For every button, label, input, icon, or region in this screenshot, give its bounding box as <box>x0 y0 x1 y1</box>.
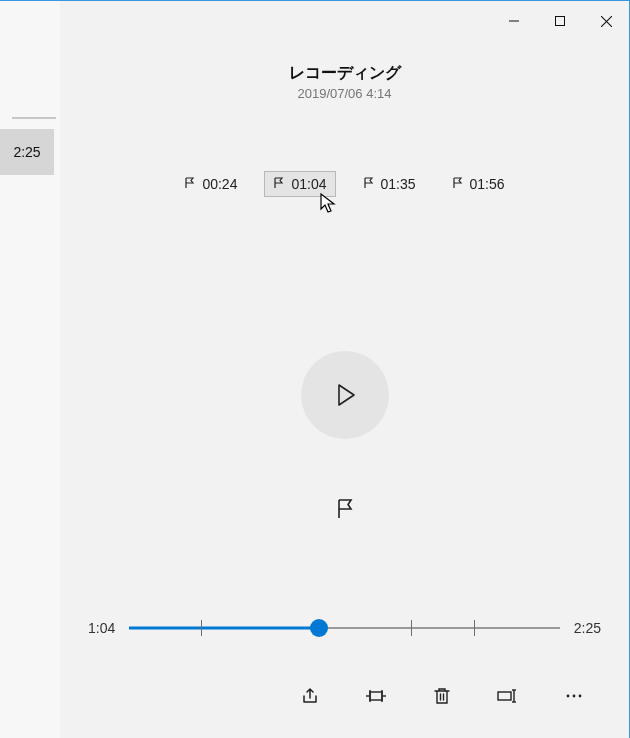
marker-item[interactable]: 01:04 <box>264 171 335 197</box>
seek-bar-handle[interactable] <box>310 619 328 637</box>
recordings-sidebar: 2:25 <box>0 1 60 738</box>
marker-list: 00:24 01:04 01:35 01:56 <box>60 171 629 197</box>
window-titlebar <box>491 1 629 41</box>
recording-thumbnail-duration: 2:25 <box>13 144 40 160</box>
bottom-toolbar <box>60 681 629 711</box>
rename-icon <box>497 688 519 704</box>
marker-time: 00:24 <box>202 176 237 192</box>
add-marker-button[interactable] <box>325 489 365 529</box>
flag-icon <box>334 498 356 520</box>
play-button[interactable] <box>301 351 389 439</box>
flag-icon <box>363 176 375 192</box>
minimize-button[interactable] <box>491 5 537 37</box>
flag-icon <box>452 176 464 192</box>
delete-button[interactable] <box>427 681 457 711</box>
marker-item[interactable]: 01:56 <box>443 171 514 197</box>
flag-icon <box>184 176 196 192</box>
trim-button[interactable] <box>361 681 391 711</box>
more-button[interactable] <box>559 681 589 711</box>
play-icon <box>330 380 360 410</box>
recording-detail-pane: レコーディング 2019/07/06 4:14 00:24 01:04 01:3… <box>60 41 629 738</box>
rename-button[interactable] <box>493 681 523 711</box>
marker-item[interactable]: 00:24 <box>175 171 246 197</box>
sidebar-divider <box>12 117 56 119</box>
marker-time: 01:56 <box>470 176 505 192</box>
seek-bar-marker-tick[interactable] <box>201 620 202 636</box>
marker-item[interactable]: 01:35 <box>354 171 425 197</box>
current-time-label: 1:04 <box>88 620 115 636</box>
svg-point-13 <box>567 695 570 698</box>
more-icon <box>565 693 583 699</box>
marker-time: 01:04 <box>291 176 326 192</box>
close-button[interactable] <box>583 5 629 37</box>
seek-bar[interactable] <box>129 616 560 640</box>
maximize-button[interactable] <box>537 5 583 37</box>
svg-rect-9 <box>498 692 511 700</box>
trim-icon <box>365 687 387 705</box>
recording-date: 2019/07/06 4:14 <box>60 86 629 101</box>
svg-rect-4 <box>370 692 382 700</box>
share-button[interactable] <box>295 681 325 711</box>
svg-rect-1 <box>556 17 565 26</box>
duration-label: 2:25 <box>574 620 601 636</box>
svg-point-15 <box>579 695 582 698</box>
svg-point-14 <box>573 695 576 698</box>
share-icon <box>300 686 320 706</box>
marker-time: 01:35 <box>381 176 416 192</box>
recording-title: レコーディング <box>60 63 629 84</box>
seek-bar-row: 1:04 2:25 <box>60 616 629 640</box>
seek-bar-marker-tick[interactable] <box>474 620 475 636</box>
recording-thumbnail[interactable]: 2:25 <box>0 129 54 175</box>
seek-bar-marker-tick[interactable] <box>411 620 412 636</box>
flag-icon <box>273 176 285 192</box>
trash-icon <box>433 686 451 706</box>
seek-bar-fill <box>129 627 319 630</box>
